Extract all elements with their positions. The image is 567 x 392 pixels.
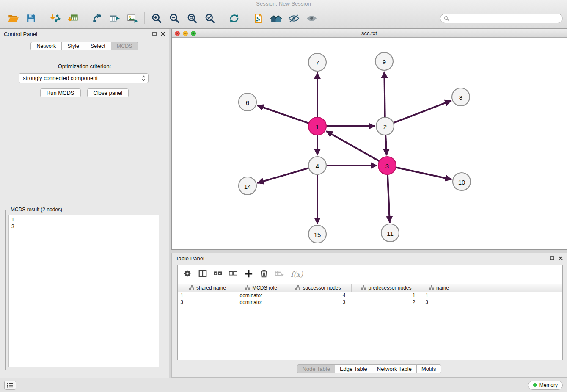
minimize-window-button[interactable] — [183, 31, 188, 36]
search-icon — [444, 16, 449, 21]
graph-node-label: 15 — [314, 231, 321, 238]
graph-edge-2-9[interactable] — [384, 72, 385, 118]
visibility-off-button[interactable] — [285, 10, 303, 26]
export-table-icon — [109, 13, 121, 24]
zoom-selected-button[interactable] — [201, 10, 219, 26]
float-panel-button[interactable] — [152, 32, 157, 36]
table-panel: Table Panel — [171, 253, 567, 378]
maximize-window-button[interactable] — [191, 31, 196, 36]
import-table-button[interactable] — [64, 10, 82, 26]
graph-node-7[interactable]: 7 — [308, 53, 326, 71]
tab-mcds[interactable]: MCDS — [111, 42, 138, 50]
deselect-all-button[interactable] — [228, 269, 238, 280]
show-columns-button[interactable] — [198, 269, 207, 280]
graph-edge-2-3[interactable] — [385, 134, 387, 155]
right-column: scc.txt 7968124314101511 — [171, 29, 567, 378]
optimization-criterion-label: Optimization criterion: — [0, 63, 169, 69]
table-row[interactable]: 1dominator411 — [178, 292, 562, 299]
graph-node-1[interactable]: 1 — [308, 117, 326, 135]
visibility-on-button[interactable] — [303, 10, 320, 26]
column-label: predecessor nodes — [368, 285, 411, 291]
houses-button[interactable] — [267, 10, 285, 26]
close-panel-button[interactable] — [559, 256, 563, 260]
search-input[interactable] — [451, 15, 559, 21]
export-image-button[interactable] — [124, 10, 141, 26]
attribute-type-icon — [295, 285, 300, 290]
trash-icon — [259, 269, 269, 278]
tab-node-table[interactable]: Node Table — [297, 364, 335, 373]
tab-motifs[interactable]: Motifs — [416, 364, 441, 373]
column-header-MCDS-role[interactable]: MCDS role — [237, 284, 285, 292]
select-all-button[interactable] — [213, 269, 223, 280]
graph-edge-3-10[interactable] — [395, 167, 452, 179]
column-header-predecessor-nodes[interactable]: predecessor nodes — [352, 284, 421, 292]
search-box[interactable] — [440, 14, 563, 23]
network-graph[interactable]: 7968124314101511 — [172, 38, 567, 249]
table-container: f(x) shared nameMCDS rolesuccessor nodes… — [177, 265, 563, 360]
graph-edge-1-6[interactable] — [257, 105, 310, 124]
close-window-button[interactable] — [175, 31, 180, 36]
add-column-button[interactable] — [244, 269, 253, 280]
new-network-button[interactable] — [88, 10, 106, 26]
graph-edge-3-1[interactable] — [326, 131, 380, 162]
table-row[interactable]: 3dominator323 — [178, 299, 562, 306]
zoom-fit-button[interactable] — [183, 10, 201, 26]
optimization-criterion-select[interactable]: strongly connected component — [19, 73, 149, 83]
graph-node-2[interactable]: 2 — [376, 117, 394, 135]
graph-node-11[interactable]: 11 — [381, 224, 399, 242]
graph-edge-3-11[interactable] — [388, 174, 390, 223]
table-cell: dominator — [237, 299, 285, 306]
tab-network-table[interactable]: Network Table — [372, 364, 417, 373]
memory-button[interactable]: Memory — [528, 381, 563, 390]
graph-node-14[interactable]: 14 — [239, 177, 256, 195]
table-cell: 4 — [285, 292, 352, 299]
paste-network-icon — [253, 13, 264, 24]
column-filler — [457, 284, 562, 292]
attribute-type-icon — [189, 285, 194, 290]
close-panel-button-inline[interactable]: Close panel — [87, 88, 129, 97]
delete-column-button[interactable] — [259, 269, 269, 280]
selected-option: strongly connected component — [23, 75, 98, 81]
open-folder-icon — [8, 13, 19, 24]
visibility-on-icon — [306, 13, 317, 24]
save-icon — [26, 13, 36, 24]
graph-node-10[interactable]: 10 — [453, 173, 471, 190]
control-panel-title: Control Panel — [4, 31, 37, 37]
graph-node-3[interactable]: 3 — [378, 157, 396, 174]
network-canvas[interactable]: 7968124314101511 — [172, 38, 567, 249]
import-network-button[interactable] — [46, 10, 64, 26]
graph-node-9[interactable]: 9 — [375, 52, 393, 70]
tab-style[interactable]: Style — [61, 42, 85, 50]
close-panel-button[interactable] — [161, 32, 165, 36]
zoom-in-button[interactable] — [148, 10, 165, 26]
run-mcds-button[interactable]: Run MCDS — [40, 88, 81, 97]
mcds-result-groupbox: MCDS result (2 nodes) 13 — [5, 210, 162, 370]
graph-node-15[interactable]: 15 — [308, 225, 326, 243]
graph-node-8[interactable]: 8 — [452, 88, 470, 106]
graph-edge-2-8[interactable] — [393, 101, 451, 124]
graph-edge-4-14[interactable] — [257, 168, 310, 183]
graph-node-label: 7 — [316, 59, 319, 66]
mcds-result-list[interactable]: 13 — [8, 215, 159, 367]
export-table-button[interactable] — [106, 10, 124, 26]
save-session-button[interactable] — [22, 10, 40, 26]
tab-edge-table[interactable]: Edge Table — [335, 364, 372, 373]
tab-select[interactable]: Select — [85, 42, 111, 50]
float-panel-button[interactable] — [550, 256, 554, 260]
tab-network[interactable]: Network — [30, 42, 62, 50]
open-session-button[interactable] — [4, 10, 22, 26]
zoom-out-button[interactable] — [165, 10, 183, 26]
table-toolbar: f(x) — [178, 265, 562, 284]
refresh-button[interactable] — [225, 10, 243, 26]
table-settings-button[interactable] — [183, 269, 192, 280]
paste-network-button[interactable] — [249, 10, 267, 26]
column-header-name[interactable]: name — [421, 284, 457, 292]
column-header-shared-name[interactable]: shared name — [178, 284, 237, 292]
graph-node-6[interactable]: 6 — [239, 93, 256, 111]
task-history-button[interactable] — [4, 381, 16, 390]
column-header-successor-nodes[interactable]: successor nodes — [285, 284, 352, 292]
graph-node-4[interactable]: 4 — [308, 157, 326, 174]
table-cell: 1 — [352, 292, 421, 299]
new-network-icon — [92, 13, 102, 24]
column-label: successor nodes — [303, 285, 341, 291]
